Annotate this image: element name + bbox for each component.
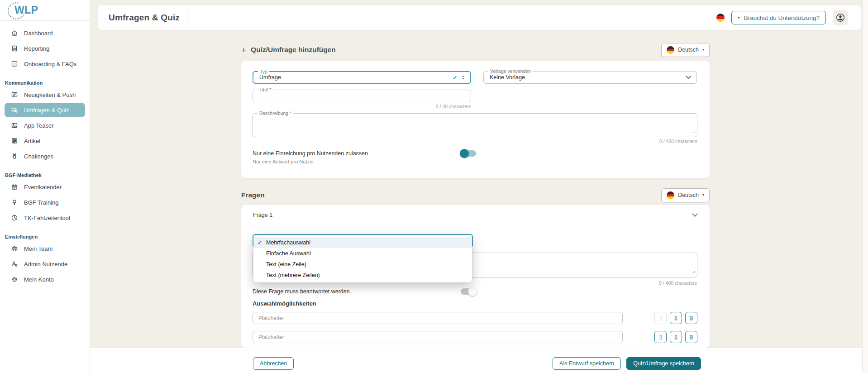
single-submission-toggle[interactable] <box>461 150 476 157</box>
sidebar-item-tk-fehlzeitentool[interactable]: TK-Fehlzeitentool <box>0 210 90 225</box>
move-up-button[interactable]: ⇧ <box>654 331 667 343</box>
titel-label: Titel * <box>258 87 273 92</box>
sidebar-item-eventkalender[interactable]: Eventkalender <box>0 179 90 195</box>
page-title: Umfragen & Quiz <box>109 13 180 23</box>
question-accordion-header[interactable]: Frage 1 <box>241 205 710 225</box>
language-label: Deutsch <box>678 47 699 53</box>
sidebar-item-challenges[interactable]: Challenges <box>0 148 90 164</box>
menu-item-text-mehrere-zeilen[interactable]: Text (mehrere Zeilen) <box>253 270 472 281</box>
sidebar-item-artikel[interactable]: Artikel <box>0 133 90 148</box>
article-icon <box>10 137 18 145</box>
beschreibung-counter: 0 / 400 characters <box>253 139 697 144</box>
vorlage-label: Vorlage verwenden <box>488 68 533 74</box>
nav-label: BGF Training <box>24 199 59 206</box>
team-icon <box>10 245 18 253</box>
menu-item-einfache-auswahl[interactable]: Einfache Auswahl <box>253 248 472 259</box>
sidebar-item-admin-nutzende[interactable]: Admin Nutzende <box>0 256 90 272</box>
sidebar-item-reporting[interactable]: Reporting <box>0 41 90 56</box>
sidebar-item-neuigkeiten[interactable]: Neuigkeiten & Push <box>0 87 90 102</box>
menu-item-text-eine-zeile[interactable]: Text (eine Zeile) <box>253 259 472 270</box>
report-icon <box>10 45 18 53</box>
german-flag-icon[interactable] <box>716 14 725 22</box>
move-down-button[interactable]: ⇩ <box>670 312 682 324</box>
arrow-down-icon: ⇩ <box>673 334 679 341</box>
add-quiz-heading: + Quiz/Umfrage hinzufügen <box>241 46 336 54</box>
caret-down-icon: ▾ <box>702 193 704 197</box>
titel-input[interactable]: Titel * <box>253 90 471 102</box>
menu-item-mehrfachauswahl[interactable]: ✓ Mehrfachauswahl <box>253 237 472 248</box>
support-button[interactable]: ▾ Brauchst du Unterstützung? <box>731 11 826 24</box>
question-accordion-title: Frage 1 <box>253 212 272 218</box>
nav-label: Eventkalender <box>24 184 62 191</box>
delete-option-button[interactable] <box>685 331 697 343</box>
save-button[interactable]: Quiz/Umfrage speichern <box>626 357 701 370</box>
sidebar-section-einstellungen: Einstellungen <box>0 229 90 241</box>
support-button-label: Brauchst du Unterstützung? <box>744 14 820 21</box>
admin-user-icon <box>10 260 18 268</box>
image-icon <box>10 122 18 129</box>
scrollbar[interactable] <box>862 0 868 373</box>
nav-label: Umfragen & Quiz <box>24 107 69 114</box>
required-toggle[interactable] <box>461 288 476 295</box>
chevron-down-icon <box>686 76 691 79</box>
add-quiz-heading-label: Quiz/Umfrage hinzufügen <box>251 46 336 54</box>
save-draft-button[interactable]: Als Entwurf speichern <box>553 357 621 370</box>
nav-label: Neuigkeiten & Push <box>24 91 76 98</box>
cancel-button[interactable]: Abbrechen <box>253 357 294 370</box>
vorlage-select[interactable]: Vorlage verwenden Keine Vorlage <box>483 71 697 84</box>
user-icon <box>836 13 845 22</box>
answer-option-input[interactable] <box>253 331 623 343</box>
topbar: Umfragen & Quiz ▾ Brauchst du Unterstütz… <box>98 5 861 30</box>
check-icon: ✓ <box>258 239 262 246</box>
caret-down-icon: ▾ <box>738 16 740 20</box>
bulb-icon <box>10 199 18 206</box>
beschreibung-label: Beschreibung * <box>258 110 293 116</box>
language-selector-fragen[interactable]: Deutsch ▾ <box>661 188 710 202</box>
typ-select[interactable]: Typ Umfrage ✓ <box>253 71 471 84</box>
nav-label: Challenges <box>24 153 53 160</box>
trash-icon <box>688 315 694 321</box>
language-selector[interactable]: Deutsch ▾ <box>661 43 710 57</box>
single-submission-label: Nur eine Einreichung pro Nutzenden zulas… <box>253 150 368 157</box>
sidebar: WLP Dashboard Reporting ? Onboarding & F… <box>0 0 90 373</box>
fragen-heading: Fragen <box>241 191 265 199</box>
move-down-button[interactable]: ⇩ <box>670 331 682 343</box>
sidebar-item-mein-konto[interactable]: Mein Konto <box>0 272 90 287</box>
language-label: Deutsch <box>678 192 699 198</box>
sidebar-item-dashboard[interactable]: Dashboard <box>0 25 90 41</box>
medal-icon <box>10 153 18 160</box>
menu-item-label: Einfache Auswahl <box>266 250 311 257</box>
caret-down-icon: ▾ <box>702 48 704 52</box>
nav-label: Mein Konto <box>24 276 54 283</box>
sidebar-section-kommunikation: Kommunikation <box>0 75 90 87</box>
arrow-up-icon: ⇧ <box>658 334 663 341</box>
answer-option-row: ⇧ ⇩ <box>253 312 697 324</box>
german-flag-icon <box>667 46 674 54</box>
gear-icon <box>10 276 18 283</box>
trash-icon <box>688 334 694 340</box>
logo-arc-icon <box>5 0 29 23</box>
toggle-knob <box>468 287 477 296</box>
menu-item-label: Text (mehrere Zeilen) <box>266 272 320 278</box>
check-icon: ✓ <box>453 74 458 81</box>
footer-bar: Abbrechen Als Entwurf speichern Quiz/Umf… <box>90 348 868 373</box>
sidebar-item-onboarding[interactable]: ? Onboarding & FAQs <box>0 56 90 72</box>
sidebar-item-app-teaser[interactable]: App Teaser <box>0 118 90 133</box>
sidebar-item-mein-team[interactable]: Mein Team <box>0 241 90 256</box>
delete-option-button[interactable] <box>685 312 697 324</box>
answers-heading: Auswahlmöglichkeiten <box>253 300 316 307</box>
chevron-down-icon <box>692 213 698 217</box>
arrow-up-icon: ⇧ <box>658 315 663 322</box>
resize-handle-icon[interactable] <box>692 127 696 135</box>
answer-option-input[interactable] <box>253 312 623 324</box>
german-flag-icon <box>667 191 674 199</box>
beschreibung-textarea[interactable]: Beschreibung * <box>253 113 697 137</box>
resize-handle-icon[interactable] <box>692 268 696 276</box>
avatar[interactable] <box>833 10 848 25</box>
sidebar-item-umfragen-quiz[interactable]: Umfragen & Quiz <box>5 103 85 117</box>
nav-label: Dashboard <box>24 30 53 37</box>
onboarding-icon: ? <box>10 60 18 68</box>
move-up-button[interactable]: ⇧ <box>654 312 667 324</box>
news-icon <box>10 91 18 99</box>
sidebar-item-bgf-training[interactable]: BGF Training <box>0 195 90 210</box>
